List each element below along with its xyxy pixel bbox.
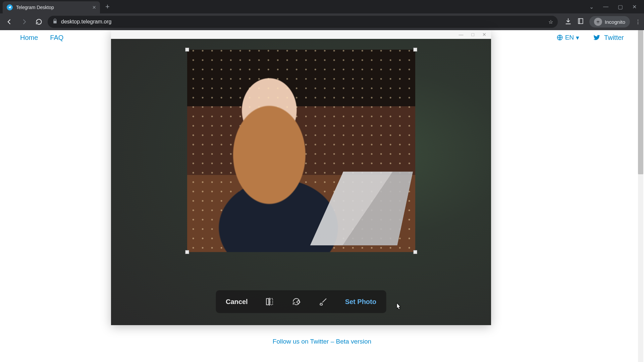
tab-close-icon[interactable]: ×	[92, 4, 96, 10]
reading-list-icon[interactable]	[577, 18, 584, 26]
scrollbar-thumb[interactable]	[638, 30, 643, 174]
new-tab-button[interactable]: +	[105, 2, 110, 11]
crop-handle-bottom-left[interactable]	[185, 250, 189, 254]
language-label: EN	[565, 34, 574, 41]
twitter-icon	[593, 34, 601, 42]
app-minimize-icon[interactable]: —	[459, 32, 464, 37]
browser-tab[interactable]: Telegram Desktop ×	[3, 1, 100, 13]
url-text: desktop.telegram.org	[61, 19, 111, 25]
crop-handle-top-right[interactable]	[413, 48, 417, 52]
window-controls: ⌄ — ▢ ✕	[589, 4, 644, 10]
brush-icon[interactable]	[318, 297, 328, 307]
chevron-down-icon[interactable]: ⌄	[589, 4, 594, 10]
mouse-cursor-icon	[395, 302, 401, 310]
reload-button[interactable]	[33, 16, 45, 28]
browser-toolbar: desktop.telegram.org ☆ Incognito ⋮	[0, 13, 644, 30]
photo-crop-area[interactable]	[187, 50, 415, 252]
nav-faq[interactable]: FAQ	[50, 34, 63, 42]
twitter-link[interactable]: Twitter	[593, 34, 624, 42]
twitter-label: Twitter	[604, 34, 624, 42]
editor-action-bar: Cancel Set Photo	[216, 290, 386, 313]
kebab-menu-icon[interactable]: ⋮	[635, 19, 641, 25]
footer-link[interactable]: Follow us on Twitter – Beta version	[0, 338, 644, 345]
globe-icon	[556, 34, 563, 41]
svg-rect-4	[270, 299, 273, 305]
app-close-icon[interactable]: ✕	[482, 32, 486, 37]
photo-editor: Cancel Set Photo	[111, 39, 491, 325]
svg-rect-0	[578, 19, 583, 24]
minimize-icon[interactable]: —	[603, 4, 608, 10]
crop-handle-bottom-right[interactable]	[413, 250, 417, 254]
incognito-icon	[594, 18, 602, 26]
rotate-icon[interactable]	[291, 297, 302, 307]
incognito-label: Incognito	[605, 19, 625, 25]
toolbar-right: Incognito ⋮	[560, 16, 641, 27]
downloads-icon[interactable]	[565, 17, 572, 26]
address-bar-actions: ☆	[548, 19, 553, 25]
incognito-badge[interactable]: Incognito	[589, 16, 630, 27]
language-selector[interactable]: EN ▾	[556, 34, 579, 42]
tab-title: Telegram Desktop	[16, 5, 89, 10]
nav-home[interactable]: Home	[20, 34, 38, 42]
telegram-app-window: — □ ✕ Cancel Set Photo	[111, 30, 491, 325]
profile-photo-preview	[187, 50, 415, 252]
app-maximize-icon[interactable]: □	[472, 32, 474, 37]
lock-icon	[52, 18, 58, 25]
app-titlebar: — □ ✕	[111, 30, 491, 39]
bookmark-star-icon[interactable]: ☆	[548, 19, 553, 25]
cancel-button[interactable]: Cancel	[226, 298, 248, 306]
flip-icon[interactable]	[265, 297, 275, 307]
address-bar[interactable]: desktop.telegram.org ☆	[48, 16, 558, 28]
chevron-down-icon: ▾	[576, 34, 579, 42]
svg-rect-3	[266, 299, 269, 305]
maximize-icon[interactable]: ▢	[618, 4, 623, 10]
back-button[interactable]	[3, 16, 15, 28]
crop-handle-top-left[interactable]	[185, 48, 189, 52]
close-icon[interactable]: ✕	[632, 4, 637, 10]
page-scrollbar[interactable]	[638, 30, 643, 362]
page-content: Home FAQ EN ▾ Twitter — □ ✕	[0, 30, 644, 362]
telegram-favicon-icon	[7, 4, 13, 10]
set-photo-button[interactable]: Set Photo	[345, 298, 376, 306]
browser-tab-strip: Telegram Desktop × + ⌄ — ▢ ✕	[0, 0, 644, 13]
forward-button[interactable]	[18, 16, 30, 28]
